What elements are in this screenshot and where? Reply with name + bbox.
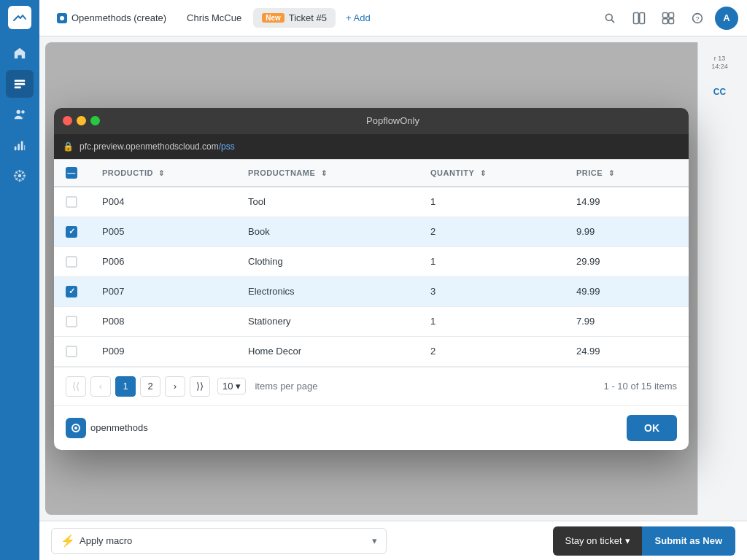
svg-rect-17: [669, 18, 674, 23]
row-checkbox-cell: [54, 246, 90, 276]
svg-point-9: [18, 174, 22, 178]
address-url[interactable]: pfc.preview.openmethodscloud.com/pss: [80, 141, 235, 152]
row-checkbox-cell: [54, 306, 90, 336]
cell-quantity: 2: [419, 217, 565, 246]
popup-content: PRODUCTID ⇕ PRODUCTNAME ⇕ QUANTITY ⇕: [54, 159, 689, 367]
cc-label[interactable]: CC: [708, 80, 732, 104]
table-row[interactable]: P008 Stationery 1 7.99: [54, 306, 689, 336]
svg-rect-8: [24, 145, 25, 150]
tab-chris[interactable]: Chris McCue: [178, 8, 250, 28]
help-button[interactable]: ?: [686, 7, 709, 30]
cell-productid: P006: [90, 246, 236, 276]
per-page-select[interactable]: 10 ▾: [217, 378, 246, 394]
tab-ticket5-label: Ticket #5: [289, 12, 327, 23]
window-maximize-button[interactable]: [90, 116, 100, 125]
users-icon[interactable]: [6, 101, 34, 128]
cell-productname: Tool: [236, 187, 419, 217]
tab-ticket5-badge: New: [262, 13, 285, 23]
svg-rect-6: [18, 144, 20, 150]
main-area: Openmethods (create) Chris McCue New Tic…: [39, 0, 747, 560]
select-all-checkbox[interactable]: [66, 167, 77, 179]
reports-icon[interactable]: [6, 131, 34, 159]
cell-productname: Electronics: [236, 276, 419, 306]
action-bar: ⚡ Apply macro ▾ Stay on ticket ▾ Submit …: [39, 521, 747, 560]
table-row[interactable]: P005 Book 2 9.99: [54, 217, 689, 246]
content-wrapper: r 13 14:24 CC PopflowOnly: [39, 36, 747, 560]
svg-rect-14: [663, 12, 668, 18]
tab-add-button[interactable]: + Add: [338, 8, 378, 28]
panel-icon-1[interactable]: [627, 7, 651, 30]
tab-chris-label: Chris McCue: [187, 12, 241, 23]
brand-icon: [66, 418, 86, 438]
window-close-button[interactable]: [63, 116, 72, 125]
cell-quantity: 1: [419, 246, 565, 276]
macro-icon: ⚡: [61, 534, 75, 548]
col-header-quantity[interactable]: QUANTITY ⇕: [419, 159, 565, 187]
row-checkbox-cell: [54, 336, 90, 366]
window-title: PopflowOnly: [106, 115, 680, 126]
svg-rect-1: [15, 83, 25, 85]
cell-productid: P004: [90, 187, 236, 217]
search-button[interactable]: [598, 7, 622, 30]
page-first-button[interactable]: ⟨⟨: [66, 376, 86, 397]
svg-point-4: [21, 110, 25, 114]
stay-on-ticket-button[interactable]: Stay on ticket ▾: [553, 526, 641, 556]
user-avatar[interactable]: A: [715, 7, 738, 30]
popup-footer: openmethods OK: [54, 405, 689, 450]
cell-productid: P009: [90, 336, 236, 366]
page-last-button[interactable]: ⟩⟩: [190, 376, 210, 397]
brand-logo: openmethods: [66, 418, 148, 438]
table-row[interactable]: P006 Clothing 1 29.99: [54, 246, 689, 276]
right-panel: r 13 14:24 CC: [697, 42, 741, 515]
cell-productname: Stationery: [236, 306, 419, 336]
pagination-range: 1 - 10 of 15 items: [604, 381, 677, 392]
row-checkbox-cell: [54, 187, 90, 217]
svg-text:?: ?: [696, 15, 700, 22]
settings-icon[interactable]: [6, 162, 34, 190]
row-checkbox-P004[interactable]: [66, 196, 77, 208]
svg-rect-2: [15, 87, 21, 89]
panel-icon-2[interactable]: [657, 7, 680, 30]
page-2-button[interactable]: 2: [140, 376, 160, 397]
submit-group: Stay on ticket ▾ Submit as New: [553, 526, 735, 556]
svg-point-3: [17, 110, 20, 114]
row-checkbox-P007[interactable]: [66, 286, 77, 298]
table-row[interactable]: P004 Tool 1 14.99: [54, 187, 689, 217]
table-row[interactable]: P007 Electronics 3 49.99: [54, 276, 689, 306]
page-prev-button[interactable]: ‹: [90, 376, 111, 397]
row-checkbox-P009[interactable]: [66, 346, 77, 357]
tickets-icon[interactable]: [6, 70, 34, 98]
cell-price: 29.99: [565, 246, 689, 276]
home-icon[interactable]: [6, 39, 34, 67]
stay-chevron-icon: ▾: [625, 535, 630, 546]
svg-rect-16: [663, 18, 668, 23]
sort-icon-quantity: ⇕: [480, 169, 487, 177]
row-checkbox-P006[interactable]: [66, 256, 77, 268]
tab-ticket5[interactable]: New Ticket #5: [253, 8, 336, 28]
svg-rect-13: [640, 12, 645, 23]
items-per-page-label: items per page: [255, 381, 317, 392]
cell-price: 7.99: [565, 306, 689, 336]
apply-macro-button[interactable]: ⚡ Apply macro ▾: [51, 528, 387, 554]
cell-productid: P005: [90, 217, 236, 246]
ok-button[interactable]: OK: [627, 415, 677, 441]
svg-rect-7: [21, 141, 23, 151]
cell-quantity: 2: [419, 336, 565, 366]
page-next-button[interactable]: ›: [165, 376, 185, 397]
cell-price: 49.99: [565, 276, 689, 306]
submit-as-new-button[interactable]: Submit as New: [642, 526, 735, 556]
tab-bar: Openmethods (create) Chris McCue New Tic…: [39, 0, 747, 36]
page-1-button[interactable]: 1: [115, 376, 136, 397]
table-row[interactable]: P009 Home Decor 2 24.99: [54, 336, 689, 366]
col-header-price[interactable]: PRICE ⇕: [565, 159, 689, 187]
row-checkbox-P008[interactable]: [66, 316, 77, 327]
popup-window: PopflowOnly 🔒 pfc.preview.openmethodsclo…: [54, 108, 689, 450]
svg-point-21: [74, 427, 77, 429]
row-checkbox-P005[interactable]: [66, 226, 77, 238]
col-header-productname[interactable]: PRODUCTNAME ⇕: [236, 159, 419, 187]
col-header-productid[interactable]: PRODUCTID ⇕: [90, 159, 236, 187]
window-minimize-button[interactable]: [77, 116, 86, 125]
sidebar-logo[interactable]: [8, 6, 31, 29]
sidebar: [0, 0, 39, 560]
tab-openmethods[interactable]: Openmethods (create): [48, 8, 175, 28]
